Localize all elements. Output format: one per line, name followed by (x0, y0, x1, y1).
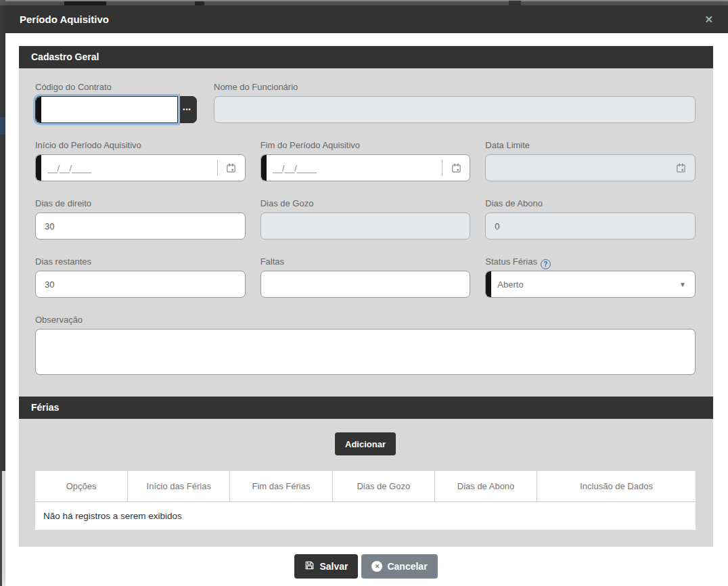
cancel-icon: ✕ (371, 561, 382, 572)
ferias-section-body: Adicionar Opções Início das Férias Fim d… (19, 419, 713, 547)
close-icon[interactable]: ✕ (702, 12, 716, 27)
ellipsis-icon: ••• (183, 106, 191, 113)
calendar-icon[interactable] (218, 155, 245, 181)
nome-funcionario-input (214, 97, 695, 122)
dias-restantes-input[interactable] (36, 271, 245, 297)
chevron-down-icon: ▼ (679, 281, 686, 288)
cancelar-button-label: Cancelar (387, 561, 427, 572)
dias-abono-label: Dias de Abono (485, 198, 696, 210)
modal-footer: Salvar ✕ Cancelar (19, 547, 713, 586)
dias-restantes-label: Dias restantes (35, 256, 246, 268)
field-observacao: Observação (35, 315, 696, 378)
page-background-top (0, 0, 728, 5)
status-ferias-label: Status Férias? (485, 256, 696, 268)
col-header-dias-abono: Dias de Abono (434, 471, 537, 502)
faltas-input[interactable] (261, 271, 470, 297)
status-ferias-select[interactable]: Aberto ▼ (485, 271, 696, 298)
data-limite-label: Data Limite (485, 140, 696, 152)
field-codigo-contrato: Código do Contrato ••• (35, 82, 197, 123)
background-fragment (5, 0, 728, 1)
dias-gozo-label: Dias de Gozo (260, 198, 471, 210)
cancelar-button[interactable]: ✕ Cancelar (361, 554, 437, 579)
col-header-fim-ferias: Fim das Férias (230, 471, 332, 502)
observacao-textarea[interactable] (35, 329, 696, 375)
section-header-ferias: Férias (19, 397, 713, 419)
data-limite-input (486, 155, 668, 181)
form-panel: Cadastro Geral Código do Contrato ••• (19, 46, 713, 547)
calendar-icon[interactable] (442, 155, 470, 181)
inicio-periodo-label: Início do Período Aquisitivo (35, 140, 246, 152)
field-nome-funcionario: Nome do Funcionário (214, 82, 696, 123)
col-header-inclusao-dados: Inclusão de Dados (537, 471, 696, 502)
field-status-ferias: Status Férias? Aberto ▼ (485, 256, 696, 298)
page-background-left (0, 5, 5, 471)
modal-body: Cadastro Geral Código do Contrato ••• (5, 33, 728, 586)
dias-direito-input[interactable] (36, 213, 245, 239)
contract-lookup-button[interactable]: ••• (177, 96, 197, 123)
status-ferias-label-text: Status Férias (485, 256, 537, 267)
background-fragment (0, 117, 5, 135)
field-dias-direito: Dias de direito (35, 198, 246, 240)
save-icon (304, 560, 315, 572)
empty-message: Não há registros a serem exibidos (35, 502, 696, 531)
cadastro-geral-form: Código do Contrato ••• Nome do Funcionár… (19, 68, 713, 378)
status-ferias-value: Aberto (486, 279, 679, 290)
table-header-row: Opções Início das Férias Fim das Férias … (35, 471, 696, 502)
modal-header: Período Aquisitivo ✕ (5, 5, 728, 33)
table-empty-row: Não há registros a serem exibidos (35, 502, 696, 531)
faltas-label: Faltas (260, 256, 471, 268)
codigo-contrato-input[interactable] (36, 97, 177, 122)
col-header-opcoes: Opções (35, 471, 128, 502)
fim-periodo-label: Fim do Período Aquisitivo (260, 140, 471, 152)
dias-direito-label: Dias de direito (35, 198, 246, 210)
background-fragment (509, 1, 521, 5)
fim-periodo-input[interactable] (261, 155, 442, 181)
modal-title: Período Aquisitivo (20, 14, 109, 25)
adicionar-button[interactable]: Adicionar (335, 432, 396, 455)
col-header-dias-gozo: Dias de Gozo (332, 471, 434, 502)
inicio-periodo-input[interactable] (36, 155, 217, 181)
col-header-inicio-ferias: Início das Férias (128, 471, 230, 502)
nome-funcionario-label: Nome do Funcionário (214, 82, 696, 93)
ferias-table: Opções Início das Férias Fim das Férias … (35, 471, 696, 530)
section-header-cadastro-geral: Cadastro Geral (19, 46, 713, 68)
help-icon[interactable]: ? (541, 259, 551, 269)
periodo-aquisitivo-modal: Período Aquisitivo ✕ Cadastro Geral Códi… (5, 5, 728, 586)
field-data-limite: Data Limite (485, 140, 696, 181)
calendar-icon (668, 155, 695, 181)
salvar-button[interactable]: Salvar (294, 554, 358, 579)
salvar-button-label: Salvar (319, 561, 348, 572)
observacao-label: Observação (35, 315, 696, 326)
dias-abono-input (486, 213, 695, 239)
field-faltas: Faltas (260, 256, 471, 298)
field-dias-abono: Dias de Abono (485, 198, 696, 240)
page-background-left-lower (0, 471, 5, 586)
field-inicio-periodo: Início do Período Aquisitivo (35, 140, 246, 181)
field-dias-gozo: Dias de Gozo (260, 198, 471, 240)
ferias-table-container: Opções Início das Férias Fim das Férias … (35, 471, 696, 530)
codigo-contrato-label: Código do Contrato (35, 82, 197, 93)
field-fim-periodo: Fim do Período Aquisitivo (260, 140, 471, 181)
field-dias-restantes: Dias restantes (35, 256, 246, 298)
dias-gozo-input (261, 213, 470, 239)
